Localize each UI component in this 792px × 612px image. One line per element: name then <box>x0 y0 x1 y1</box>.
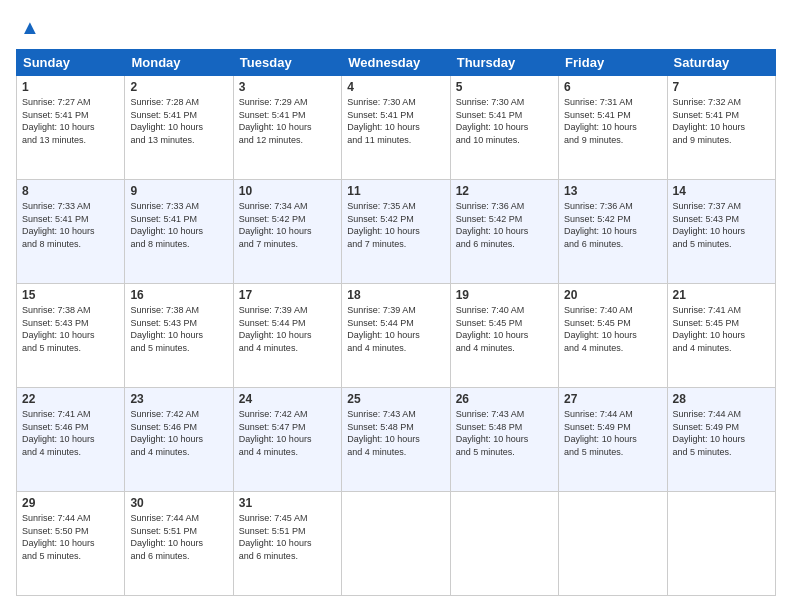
day-number: 14 <box>673 184 770 198</box>
day-number: 23 <box>130 392 227 406</box>
calendar-table: SundayMondayTuesdayWednesdayThursdayFrid… <box>16 49 776 596</box>
day-info: Sunrise: 7:34 AM Sunset: 5:42 PM Dayligh… <box>239 200 336 250</box>
day-info: Sunrise: 7:40 AM Sunset: 5:45 PM Dayligh… <box>456 304 553 354</box>
day-number: 28 <box>673 392 770 406</box>
calendar-cell: 21Sunrise: 7:41 AM Sunset: 5:45 PM Dayli… <box>667 284 775 388</box>
day-number: 10 <box>239 184 336 198</box>
day-info: Sunrise: 7:35 AM Sunset: 5:42 PM Dayligh… <box>347 200 444 250</box>
calendar-cell: 13Sunrise: 7:36 AM Sunset: 5:42 PM Dayli… <box>559 180 667 284</box>
day-number: 25 <box>347 392 444 406</box>
calendar-cell: 26Sunrise: 7:43 AM Sunset: 5:48 PM Dayli… <box>450 388 558 492</box>
header-day-sunday: Sunday <box>17 50 125 76</box>
calendar-cell <box>667 492 775 596</box>
calendar-cell: 31Sunrise: 7:45 AM Sunset: 5:51 PM Dayli… <box>233 492 341 596</box>
calendar-cell: 25Sunrise: 7:43 AM Sunset: 5:48 PM Dayli… <box>342 388 450 492</box>
calendar-cell: 30Sunrise: 7:44 AM Sunset: 5:51 PM Dayli… <box>125 492 233 596</box>
day-number: 3 <box>239 80 336 94</box>
header-day-friday: Friday <box>559 50 667 76</box>
calendar-cell: 28Sunrise: 7:44 AM Sunset: 5:49 PM Dayli… <box>667 388 775 492</box>
header-day-monday: Monday <box>125 50 233 76</box>
day-number: 24 <box>239 392 336 406</box>
day-number: 7 <box>673 80 770 94</box>
day-number: 26 <box>456 392 553 406</box>
day-number: 1 <box>22 80 119 94</box>
day-info: Sunrise: 7:28 AM Sunset: 5:41 PM Dayligh… <box>130 96 227 146</box>
calendar-cell: 14Sunrise: 7:37 AM Sunset: 5:43 PM Dayli… <box>667 180 775 284</box>
calendar-cell: 5Sunrise: 7:30 AM Sunset: 5:41 PM Daylig… <box>450 76 558 180</box>
day-number: 5 <box>456 80 553 94</box>
calendar-week-1: 1Sunrise: 7:27 AM Sunset: 5:41 PM Daylig… <box>17 76 776 180</box>
day-number: 18 <box>347 288 444 302</box>
calendar-cell: 9Sunrise: 7:33 AM Sunset: 5:41 PM Daylig… <box>125 180 233 284</box>
day-number: 20 <box>564 288 661 302</box>
logo: ▲ <box>16 16 40 39</box>
calendar-cell <box>342 492 450 596</box>
day-info: Sunrise: 7:44 AM Sunset: 5:49 PM Dayligh… <box>673 408 770 458</box>
day-number: 16 <box>130 288 227 302</box>
calendar-cell: 17Sunrise: 7:39 AM Sunset: 5:44 PM Dayli… <box>233 284 341 388</box>
day-info: Sunrise: 7:32 AM Sunset: 5:41 PM Dayligh… <box>673 96 770 146</box>
calendar-cell: 29Sunrise: 7:44 AM Sunset: 5:50 PM Dayli… <box>17 492 125 596</box>
calendar-cell: 10Sunrise: 7:34 AM Sunset: 5:42 PM Dayli… <box>233 180 341 284</box>
day-info: Sunrise: 7:43 AM Sunset: 5:48 PM Dayligh… <box>456 408 553 458</box>
calendar-week-3: 15Sunrise: 7:38 AM Sunset: 5:43 PM Dayli… <box>17 284 776 388</box>
day-number: 27 <box>564 392 661 406</box>
day-number: 22 <box>22 392 119 406</box>
day-number: 29 <box>22 496 119 510</box>
calendar-cell: 24Sunrise: 7:42 AM Sunset: 5:47 PM Dayli… <box>233 388 341 492</box>
header-day-wednesday: Wednesday <box>342 50 450 76</box>
calendar-header-row: SundayMondayTuesdayWednesdayThursdayFrid… <box>17 50 776 76</box>
day-info: Sunrise: 7:43 AM Sunset: 5:48 PM Dayligh… <box>347 408 444 458</box>
day-number: 19 <box>456 288 553 302</box>
calendar-cell: 4Sunrise: 7:30 AM Sunset: 5:41 PM Daylig… <box>342 76 450 180</box>
calendar-cell: 23Sunrise: 7:42 AM Sunset: 5:46 PM Dayli… <box>125 388 233 492</box>
day-info: Sunrise: 7:39 AM Sunset: 5:44 PM Dayligh… <box>347 304 444 354</box>
calendar-week-4: 22Sunrise: 7:41 AM Sunset: 5:46 PM Dayli… <box>17 388 776 492</box>
calendar-cell: 18Sunrise: 7:39 AM Sunset: 5:44 PM Dayli… <box>342 284 450 388</box>
day-number: 11 <box>347 184 444 198</box>
day-info: Sunrise: 7:37 AM Sunset: 5:43 PM Dayligh… <box>673 200 770 250</box>
day-info: Sunrise: 7:41 AM Sunset: 5:46 PM Dayligh… <box>22 408 119 458</box>
calendar-cell: 15Sunrise: 7:38 AM Sunset: 5:43 PM Dayli… <box>17 284 125 388</box>
logo-bird-icon: ▲ <box>20 16 40 39</box>
day-info: Sunrise: 7:33 AM Sunset: 5:41 PM Dayligh… <box>130 200 227 250</box>
calendar-cell: 3Sunrise: 7:29 AM Sunset: 5:41 PM Daylig… <box>233 76 341 180</box>
calendar-cell: 1Sunrise: 7:27 AM Sunset: 5:41 PM Daylig… <box>17 76 125 180</box>
day-number: 6 <box>564 80 661 94</box>
day-info: Sunrise: 7:30 AM Sunset: 5:41 PM Dayligh… <box>456 96 553 146</box>
day-info: Sunrise: 7:42 AM Sunset: 5:46 PM Dayligh… <box>130 408 227 458</box>
day-info: Sunrise: 7:27 AM Sunset: 5:41 PM Dayligh… <box>22 96 119 146</box>
calendar-cell: 7Sunrise: 7:32 AM Sunset: 5:41 PM Daylig… <box>667 76 775 180</box>
day-number: 21 <box>673 288 770 302</box>
day-number: 4 <box>347 80 444 94</box>
day-info: Sunrise: 7:38 AM Sunset: 5:43 PM Dayligh… <box>130 304 227 354</box>
calendar-cell: 12Sunrise: 7:36 AM Sunset: 5:42 PM Dayli… <box>450 180 558 284</box>
calendar-cell: 20Sunrise: 7:40 AM Sunset: 5:45 PM Dayli… <box>559 284 667 388</box>
calendar-cell <box>559 492 667 596</box>
header-day-thursday: Thursday <box>450 50 558 76</box>
page: ▲ SundayMondayTuesdayWednesdayThursdayFr… <box>0 0 792 612</box>
calendar-cell: 11Sunrise: 7:35 AM Sunset: 5:42 PM Dayli… <box>342 180 450 284</box>
header-day-saturday: Saturday <box>667 50 775 76</box>
day-number: 8 <box>22 184 119 198</box>
day-number: 2 <box>130 80 227 94</box>
calendar-cell: 19Sunrise: 7:40 AM Sunset: 5:45 PM Dayli… <box>450 284 558 388</box>
calendar-cell: 22Sunrise: 7:41 AM Sunset: 5:46 PM Dayli… <box>17 388 125 492</box>
calendar-week-2: 8Sunrise: 7:33 AM Sunset: 5:41 PM Daylig… <box>17 180 776 284</box>
day-info: Sunrise: 7:36 AM Sunset: 5:42 PM Dayligh… <box>564 200 661 250</box>
calendar-cell: 27Sunrise: 7:44 AM Sunset: 5:49 PM Dayli… <box>559 388 667 492</box>
header-day-tuesday: Tuesday <box>233 50 341 76</box>
header: ▲ <box>16 16 776 39</box>
day-info: Sunrise: 7:29 AM Sunset: 5:41 PM Dayligh… <box>239 96 336 146</box>
calendar-cell: 6Sunrise: 7:31 AM Sunset: 5:41 PM Daylig… <box>559 76 667 180</box>
day-number: 13 <box>564 184 661 198</box>
day-number: 30 <box>130 496 227 510</box>
day-info: Sunrise: 7:33 AM Sunset: 5:41 PM Dayligh… <box>22 200 119 250</box>
calendar-cell: 16Sunrise: 7:38 AM Sunset: 5:43 PM Dayli… <box>125 284 233 388</box>
day-info: Sunrise: 7:41 AM Sunset: 5:45 PM Dayligh… <box>673 304 770 354</box>
calendar-cell: 8Sunrise: 7:33 AM Sunset: 5:41 PM Daylig… <box>17 180 125 284</box>
day-number: 17 <box>239 288 336 302</box>
calendar-cell <box>450 492 558 596</box>
day-info: Sunrise: 7:31 AM Sunset: 5:41 PM Dayligh… <box>564 96 661 146</box>
day-info: Sunrise: 7:42 AM Sunset: 5:47 PM Dayligh… <box>239 408 336 458</box>
